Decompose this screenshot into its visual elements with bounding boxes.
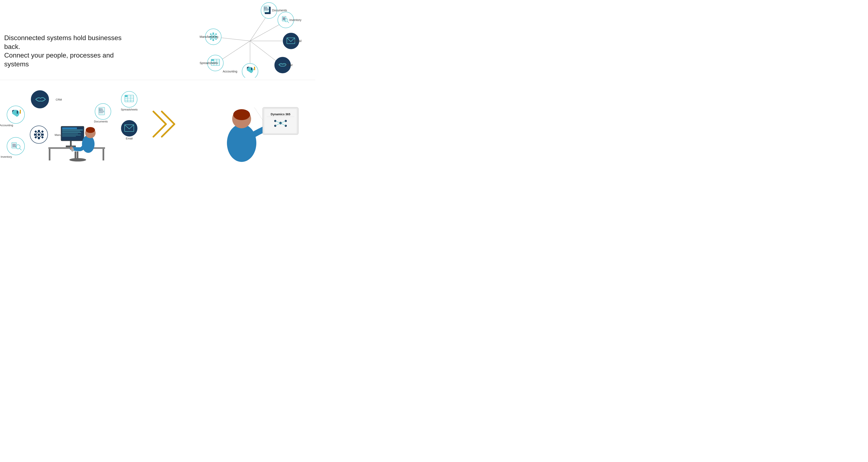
label-documents: Documents xyxy=(272,9,287,12)
bl-label-inventory: Inventory xyxy=(1,155,12,158)
svg-rect-61 xyxy=(41,134,44,136)
headline: Disconnected systems hold businesses bac… xyxy=(4,34,122,68)
svg-point-57 xyxy=(38,133,40,136)
svg-text:MENTS: MENTS xyxy=(264,7,268,9)
left-svg: Accounting CRM Manufacturing xyxy=(0,84,147,164)
headline-text: Disconnected systems hold businesses bac… xyxy=(4,34,122,68)
top-circle-diagram: DOCU- MENTS Documents Inventory xyxy=(197,2,303,78)
svg-rect-103 xyxy=(62,135,81,135)
label-manufacturing-top: Manufacturing xyxy=(199,35,218,38)
svg-rect-43 xyxy=(212,39,214,41)
svg-point-54 xyxy=(31,91,49,108)
headline-line1: Disconnected systems hold businesses bac… xyxy=(4,34,122,51)
svg-rect-101 xyxy=(62,132,81,133)
svg-rect-88 xyxy=(125,95,128,97)
diagram-svg: DOCU- MENTS Documents Inventory xyxy=(197,2,303,78)
svg-rect-106 xyxy=(74,152,76,160)
svg-rect-29 xyxy=(253,69,254,70)
svg-point-89 xyxy=(121,120,137,136)
svg-point-112 xyxy=(71,148,74,152)
top-section: Disconnected systems hold businesses bac… xyxy=(0,0,315,80)
svg-rect-60 xyxy=(34,134,36,136)
svg-rect-100 xyxy=(62,131,80,132)
svg-rect-92 xyxy=(49,149,51,160)
bl-label-accounting: Accounting xyxy=(0,124,13,127)
svg-point-108 xyxy=(82,135,95,153)
svg-rect-59 xyxy=(38,137,40,139)
bl-label-documents: Documents xyxy=(94,120,108,123)
arrow-section xyxy=(147,84,189,164)
right-svg: Dynamics 365 xyxy=(199,84,305,164)
svg-point-113 xyxy=(227,124,256,162)
chevron-arrow xyxy=(149,103,187,145)
svg-rect-53 xyxy=(20,110,21,113)
svg-rect-38 xyxy=(211,59,214,61)
bl-label-spreadsheets: Spreadsheets xyxy=(121,108,138,111)
svg-line-129 xyxy=(254,107,262,120)
bl-label-email: Email xyxy=(126,137,133,140)
label-spreadsheets-top: Spreadsheets xyxy=(199,61,218,65)
left-illustration: Accounting CRM Manufacturing xyxy=(0,84,147,164)
svg-rect-42 xyxy=(212,33,214,34)
label-accounting-top: Accounting xyxy=(223,70,237,73)
svg-rect-51 xyxy=(17,111,18,113)
right-illustration: Dynamics 365 xyxy=(189,84,315,164)
svg-point-110 xyxy=(86,127,95,133)
label-email-top: Email xyxy=(294,39,302,43)
d365-title: Dynamics 365 xyxy=(271,112,290,116)
label-crm-top: CRM xyxy=(286,63,292,67)
bl-label-crm: CRM xyxy=(56,98,62,101)
svg-text:MENTS: MENTS xyxy=(99,109,103,111)
svg-rect-28 xyxy=(251,68,252,70)
svg-rect-99 xyxy=(62,130,83,130)
svg-rect-104 xyxy=(62,136,76,137)
svg-rect-30 xyxy=(254,67,255,70)
svg-point-115 xyxy=(233,109,250,120)
svg-rect-98 xyxy=(62,128,77,129)
headline-line2: Connect your people, processes and syste… xyxy=(4,52,114,68)
svg-rect-102 xyxy=(62,133,78,134)
svg-rect-52 xyxy=(18,112,19,113)
svg-rect-58 xyxy=(38,130,40,132)
svg-rect-107 xyxy=(77,152,79,160)
svg-point-66 xyxy=(7,137,25,155)
label-inventory-top: Inventory xyxy=(289,18,302,22)
svg-point-81 xyxy=(121,91,137,107)
bottom-section: Accounting CRM Manufacturing xyxy=(0,80,315,168)
svg-rect-93 xyxy=(102,149,104,160)
page: Disconnected systems hold businesses bac… xyxy=(0,0,315,168)
